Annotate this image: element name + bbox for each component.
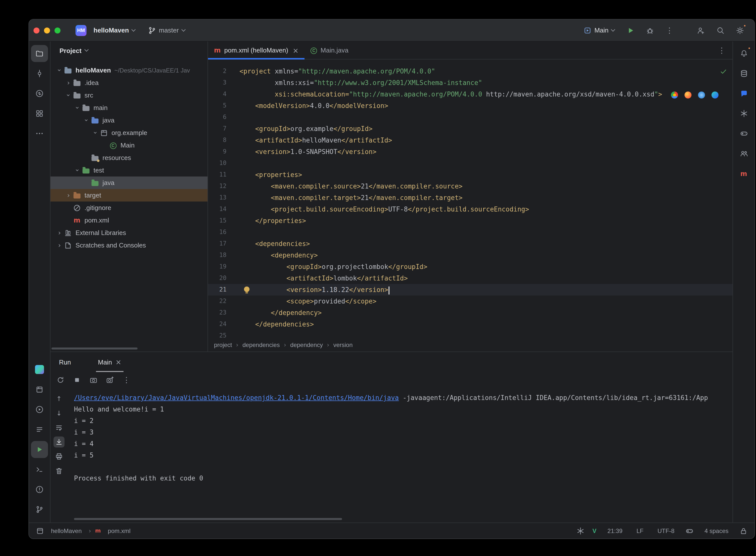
firefox-icon[interactable]	[685, 91, 692, 98]
tree-item-gitignore[interactable]: .gitignore	[50, 202, 207, 214]
project-widget-icon[interactable]	[36, 527, 44, 535]
chevron-icon[interactable]: ›	[74, 166, 81, 174]
project-switcher[interactable]: helloMaven	[91, 25, 138, 36]
run-config-selector[interactable]: Main	[581, 24, 618, 36]
close-tab-icon[interactable]: ×	[293, 46, 299, 54]
project-button[interactable]	[31, 45, 48, 62]
code-line[interactable]: 11 <properties>	[208, 169, 732, 180]
more-button[interactable]	[31, 125, 48, 142]
settings-button[interactable]	[733, 24, 747, 37]
code-line[interactable]: 5 <modelVersion>4.0.0</modelVersion>	[208, 100, 732, 111]
code-line[interactable]: 8 <artifactId>helloMaven</artifactId>	[208, 135, 732, 146]
softwrap-button[interactable]	[54, 422, 65, 433]
run-button[interactable]	[31, 441, 48, 458]
tab-main-java[interactable]: C Main.java	[305, 41, 354, 59]
kebab-button[interactable]: ⋮	[121, 374, 133, 386]
branch-switcher[interactable]: master	[145, 24, 188, 36]
code-line[interactable]: 10	[208, 158, 732, 169]
code-line[interactable]: 21 <version>1.18.22</version>	[208, 284, 732, 296]
openai-status-icon[interactable]	[577, 527, 584, 535]
trash-button[interactable]	[54, 465, 65, 477]
tree-item-resources[interactable]: resources	[50, 151, 207, 164]
tree-item-src[interactable]: ›src	[50, 89, 207, 102]
tree-item-main[interactable]: CMain	[50, 139, 207, 151]
zoom-window-button[interactable]	[55, 27, 61, 33]
collaboration-button[interactable]	[735, 145, 752, 162]
cursor-position[interactable]: 21:39	[605, 527, 625, 535]
code-line[interactable]: 9 <version>1.0-SNAPSHOT</version>	[208, 146, 732, 158]
pull-requests-button[interactable]	[31, 85, 48, 102]
console-output[interactable]: /Users/eve/Library/Java/JavaVirtualMachi…	[74, 392, 728, 516]
breadcrumb-item[interactable]: dependencies	[242, 342, 280, 348]
code-line[interactable]: 2<project xmlns="http://maven.apache.org…	[208, 66, 732, 77]
tree-item-main[interactable]: ›main	[50, 102, 207, 114]
v-plugin-icon[interactable]: V	[592, 527, 596, 534]
tree-item-target[interactable]: ›target	[50, 189, 207, 202]
chevron-icon[interactable]: ›	[56, 66, 63, 74]
tab-pom-xml[interactable]: m pom.xml (helloMaven) ×	[208, 41, 305, 59]
breadcrumb-item[interactable]: dependency	[290, 342, 323, 348]
indent-config[interactable]: 4 spaces	[701, 527, 731, 535]
chevron-icon[interactable]: ›	[65, 79, 72, 86]
code-line[interactable]: 19 <groupId>org.projectlombok</groupId>	[208, 261, 732, 273]
database-button[interactable]	[735, 65, 752, 82]
chevron-icon[interactable]: ›	[56, 229, 64, 237]
code-line[interactable]: 4 xsi:schemaLocation="http://maven.apach…	[208, 89, 732, 100]
camera-button[interactable]	[88, 374, 100, 386]
search-everywhere-button[interactable]	[714, 24, 727, 37]
debug-button[interactable]	[644, 24, 656, 37]
package-button[interactable]	[31, 381, 48, 398]
project-panel-header[interactable]: Project	[50, 41, 207, 60]
gamepad-button[interactable]	[735, 125, 752, 142]
tree-item-org-example[interactable]: ›org.example	[50, 127, 207, 139]
tree-item-pom-xml[interactable]: mpom.xml	[50, 214, 207, 227]
print-button[interactable]	[54, 451, 65, 462]
code-line[interactable]: 20 <artifactId>lombok</artifactId>	[208, 273, 732, 284]
breadcrumb-item[interactable]: project	[214, 342, 232, 348]
code-line[interactable]: 14 <project.build.sourceEncoding>UTF-8</…	[208, 204, 732, 215]
write-access-icon[interactable]	[740, 527, 748, 535]
code-line[interactable]: 25	[208, 330, 732, 339]
gamepad-status-icon[interactable]	[686, 527, 693, 535]
code-line[interactable]: 12 <maven.compiler.source>21</maven.comp…	[208, 180, 732, 192]
notifications-button[interactable]	[735, 45, 752, 62]
plugin-button[interactable]	[31, 361, 48, 378]
openai-button[interactable]	[735, 105, 752, 122]
chat-button[interactable]	[735, 85, 752, 102]
run-tab-main[interactable]: Main ×	[93, 352, 127, 372]
code-line[interactable]: 17 <dependencies>	[208, 238, 732, 249]
safari-icon[interactable]	[698, 91, 705, 98]
line-separator[interactable]: LF	[633, 527, 647, 535]
breadcrumb-item[interactable]: version	[333, 342, 352, 348]
structure-button[interactable]	[31, 105, 48, 122]
code-line[interactable]: 13 <maven.compiler.target>21</maven.comp…	[208, 192, 732, 204]
chrome-icon[interactable]	[671, 91, 678, 98]
edge-icon[interactable]	[712, 91, 719, 98]
file-encoding[interactable]: UTF-8	[654, 527, 678, 535]
code-with-me-button[interactable]	[694, 24, 708, 37]
chevron-icon[interactable]: ›	[65, 192, 72, 199]
code-line[interactable]: 16	[208, 227, 732, 238]
run-button[interactable]	[624, 24, 637, 37]
todo-button[interactable]	[31, 421, 48, 438]
tree-item-test[interactable]: ›test	[50, 164, 207, 176]
chevron-icon[interactable]: ›	[92, 129, 99, 137]
tree-item-external-libraries[interactable]: ›External Libraries	[50, 227, 207, 239]
chevron-icon[interactable]: ›	[74, 104, 81, 112]
code-line[interactable]: 3 xmlns:xsi="http://www.w3.org/2001/XMLS…	[208, 77, 732, 89]
close-run-tab-icon[interactable]: ×	[115, 358, 121, 366]
commit-button[interactable]	[31, 65, 48, 82]
code-line[interactable]: 23 </dependency>	[208, 307, 732, 318]
status-project[interactable]: helloMaven	[48, 527, 85, 535]
rerun-button[interactable]	[55, 374, 67, 386]
arrow-down-button[interactable]: ↓	[54, 408, 65, 418]
tree-item-hellomaven[interactable]: ›helloMaven~/Desktop/CS/JavaEE/1 Jav	[50, 64, 207, 76]
problems-button[interactable]	[31, 481, 48, 498]
run-panel-title[interactable]: Run	[59, 358, 71, 366]
inspections-ok-icon[interactable]	[720, 68, 727, 75]
code-line[interactable]: 15 </properties>	[208, 215, 732, 227]
status-file[interactable]: pom.xml	[105, 527, 134, 535]
services-button[interactable]	[31, 401, 48, 418]
close-window-button[interactable]	[34, 27, 39, 33]
camera-plus-button[interactable]	[104, 374, 116, 386]
